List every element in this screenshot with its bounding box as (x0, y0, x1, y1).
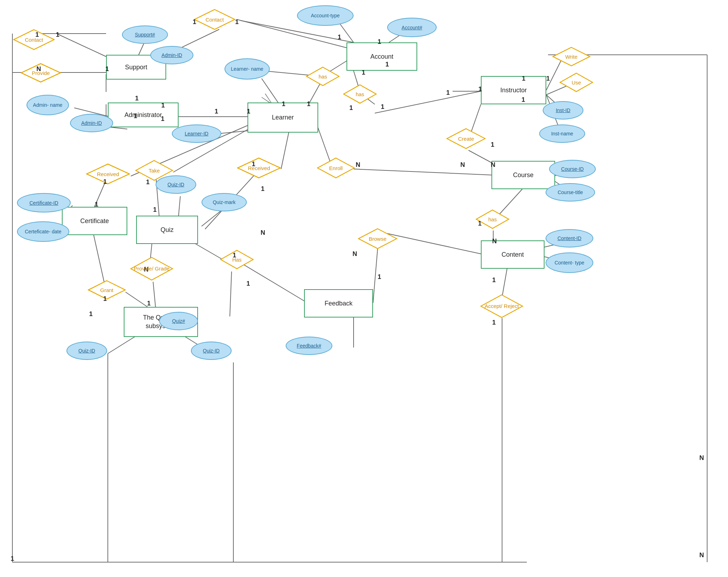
attr-admin-id-top: Admin-ID (150, 46, 193, 64)
card-40: N (492, 238, 497, 245)
svg-line-35 (468, 150, 491, 163)
svg-line-51 (126, 292, 148, 308)
card-48: 1 (89, 310, 93, 318)
attr-admin-id-bot: Admin-ID (70, 114, 113, 132)
card-20: 1 (381, 103, 384, 111)
card-46: 1 (147, 300, 151, 307)
svg-line-39 (354, 169, 491, 175)
card-21: 1 (446, 89, 450, 97)
rel-has2: has (343, 84, 377, 104)
card-29: 1 (103, 178, 107, 186)
card-8: 1 (56, 31, 59, 39)
attr-account-type: Account-type (297, 5, 354, 26)
attr-quiz-id-bot: Quiz-ID (191, 342, 232, 360)
card-4: 1 (193, 18, 196, 26)
entity-certificate: Certificate (62, 207, 127, 235)
card-15: 1 (215, 108, 218, 115)
entity-feedback: Feedback (304, 289, 373, 317)
attr-support-num: Support# (122, 25, 168, 44)
card-41: 1 (492, 276, 496, 284)
card-47: 1 (103, 295, 107, 303)
attr-quiz-mark: Quiz-mark (202, 193, 247, 211)
svg-line-52 (108, 336, 136, 354)
entity-content: Content (481, 240, 544, 269)
rel-take: Take (135, 160, 173, 181)
card-36: N (356, 161, 360, 169)
svg-line-50 (94, 235, 104, 283)
card-bottom-1: 1 (11, 555, 14, 563)
entity-course: Course (491, 161, 555, 189)
card-19: 1 (349, 104, 353, 112)
card-13: 1 (134, 112, 137, 120)
card-22: 1 (478, 86, 482, 93)
svg-line-29 (375, 91, 481, 113)
attr-content-type: Content- type (546, 252, 593, 273)
entity-quiz: Quiz (136, 216, 198, 244)
card-1: 1 (235, 18, 239, 26)
card-27: N (460, 161, 465, 169)
svg-line-19 (57, 34, 106, 57)
card-18: 1 (307, 100, 310, 108)
card-39: 1 (478, 220, 482, 227)
card-37: N (353, 250, 357, 258)
card-25: 1 (522, 96, 525, 104)
attr-quiz-num: Quiz# (159, 312, 198, 330)
rel-enroll: Enroll (317, 157, 355, 179)
svg-line-67 (502, 267, 507, 297)
attr-course-title: Course-title (546, 183, 595, 202)
rel-received2: Received (237, 157, 281, 179)
svg-line-59 (230, 272, 232, 316)
entity-instructor: Instructor (481, 76, 546, 104)
rel-use: Use (559, 72, 593, 92)
card-38: 1 (378, 273, 381, 281)
rel-accept-reject: Accept/ Reject (480, 294, 523, 318)
card-17: 1 (282, 100, 285, 108)
svg-line-44 (179, 196, 180, 216)
entity-administrator: Administrator (108, 103, 179, 127)
card-26: 1 (491, 141, 494, 148)
attr-cert-id: Certificate-ID (17, 193, 71, 212)
card-23: 1 (522, 75, 525, 82)
svg-line-56 (153, 282, 156, 308)
card-12: 1 (161, 102, 165, 109)
card-3: 1 (378, 38, 381, 46)
rel-received1: Received (86, 163, 130, 185)
attr-course-id: Course-ID (549, 160, 596, 178)
rel-provide-grade: Provide/ Grade (130, 257, 173, 281)
svg-line-17 (262, 78, 279, 104)
entity-account: Account (346, 42, 417, 71)
attr-feedback-num: Feedback# (286, 337, 332, 355)
attr-account-num: Account# (387, 18, 437, 37)
card-14: 1 (161, 115, 164, 123)
rel-contact-top: Contact (194, 9, 235, 30)
attr-content-id: Content-ID (546, 229, 593, 247)
rel-has-quiz: Has (220, 250, 254, 269)
card-28: N (491, 161, 495, 169)
card-right-n2: N (699, 552, 704, 559)
card-10: 1 (105, 65, 109, 73)
card-44: 1 (246, 280, 250, 287)
card-6: 1 (362, 69, 365, 76)
rel-browse: Browse (358, 228, 397, 249)
card-32: 1 (153, 206, 157, 214)
attr-quiz-id-left: Quiz-ID (66, 342, 107, 360)
attr-inst-name: Inst-name (539, 124, 585, 143)
attr-learner-name: Learner- name (225, 58, 270, 80)
attr-learner-id: Learner-ID (172, 124, 221, 143)
card-30: 1 (95, 201, 98, 208)
card-16: 1 (247, 108, 250, 115)
card-5: 1 (385, 61, 389, 68)
card-24: 1 (546, 75, 550, 82)
card-35: N (261, 229, 265, 237)
card-11: 1 (135, 95, 139, 102)
attr-inst-id: Inst-ID (543, 101, 583, 120)
rel-create: Create (446, 128, 486, 149)
attr-cert-date: Certeficate- date (17, 221, 69, 242)
card-31: 1 (146, 179, 150, 186)
card-42: 1 (492, 319, 496, 326)
rel-has1: has (306, 66, 340, 86)
card-34: 1 (261, 185, 264, 193)
rel-write: Write (552, 47, 590, 66)
svg-line-61 (373, 240, 378, 303)
attr-admin-name: Admin- name (27, 95, 69, 115)
